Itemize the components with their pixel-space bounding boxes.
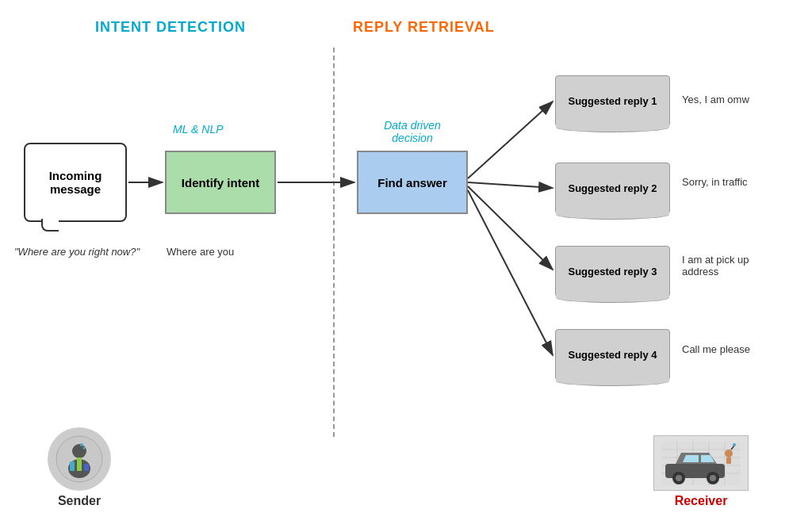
ml-nlp-label: ML & NLP [173, 123, 224, 136]
svg-point-29 [676, 475, 682, 481]
sender-area: Sender [48, 427, 111, 508]
reply-text-4: Call me please [682, 343, 750, 355]
identify-intent-box: Identify intent [165, 151, 276, 214]
data-driven-label: Data drivendecision [349, 119, 476, 144]
reply-text-3: I am at pick upaddress [682, 254, 749, 277]
svg-point-32 [725, 450, 733, 457]
receiver-label: Receiver [653, 494, 749, 508]
quote-text: "Where are you right now?" [14, 246, 140, 258]
suggested-reply-3-card: Suggested reply 3 [555, 246, 670, 297]
receiver-icon [653, 435, 749, 491]
svg-line-6 [468, 190, 553, 355]
suggested-reply-4-card: Suggested reply 4 [555, 329, 670, 381]
intent-detection-header: INTENT DETECTION [95, 19, 246, 36]
svg-point-13 [80, 443, 83, 446]
reply-text-1: Yes, I am omw [682, 94, 749, 105]
reply-text-2: Sorry, in traffic [682, 176, 748, 188]
svg-point-14 [83, 447, 86, 450]
reply-retrieval-header: REPLY RETRIEVAL [353, 19, 495, 36]
sender-label: Sender [48, 494, 111, 508]
svg-line-3 [468, 101, 553, 178]
section-separator [333, 48, 335, 437]
suggested-reply-2-card: Suggested reply 2 [555, 163, 670, 214]
receiver-area: Receiver [653, 435, 749, 508]
find-answer-box: Find answer [357, 151, 468, 214]
svg-line-4 [468, 182, 553, 188]
svg-point-31 [710, 475, 716, 481]
svg-rect-11 [77, 457, 82, 471]
svg-rect-10 [70, 461, 75, 471]
suggested-reply-1-card: Suggested reply 1 [555, 75, 670, 127]
svg-rect-12 [84, 464, 89, 471]
incoming-message-box: Incoming message [24, 143, 127, 222]
sender-icon [48, 427, 111, 491]
svg-line-5 [468, 186, 553, 270]
svg-rect-33 [726, 457, 731, 464]
diagram-area: INTENT DETECTION REPLY RETRIEVAL ML & NL… [0, 0, 812, 532]
intent-label: Where are you [167, 246, 234, 258]
svg-point-35 [733, 443, 736, 446]
svg-point-8 [72, 444, 86, 458]
